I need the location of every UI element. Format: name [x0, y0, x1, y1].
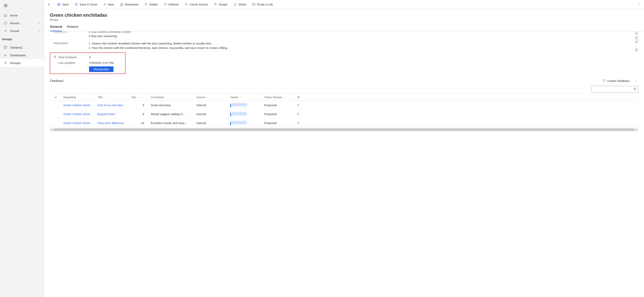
scroll-down-button[interactable]: ▼ — [635, 48, 638, 52]
col-source[interactable]: Source⌄ — [194, 94, 228, 101]
scroll-down-button[interactable]: ▼ — [635, 36, 638, 40]
scroll-up-button[interactable]: ▲ — [635, 32, 638, 35]
scroll-left-button[interactable]: ◄ — [50, 129, 54, 131]
col-status[interactable]: Status Reason⌄ — [262, 94, 295, 101]
email-link-button[interactable]: Email a Link — [249, 2, 276, 7]
svg-point-20 — [636, 82, 636, 82]
cell-source: Internal — [194, 104, 228, 107]
tab-related[interactable]: Related — [67, 25, 78, 31]
cell-regarding[interactable]: Green chicken enchilad — [62, 121, 96, 125]
col-comments[interactable]: Comments⌄ — [149, 94, 194, 101]
col-regarding[interactable]: Regarding⌄ — [62, 94, 96, 101]
table-row[interactable]: Green chicken enchilad One of my new fav… — [50, 101, 638, 110]
svg-point-14 — [55, 57, 56, 57]
cell-regarding[interactable]: Green chicken enchilad — [62, 104, 96, 107]
share-button[interactable]: Share — [231, 2, 249, 7]
refresh-button[interactable]: Refresh — [161, 2, 182, 7]
svg-point-17 — [55, 57, 56, 58]
col-m[interactable]: M — [295, 94, 301, 101]
scrollbar-thumb[interactable] — [54, 129, 634, 131]
toolbar: Save Save & Close New Deactivate Delete … — [44, 0, 644, 9]
cell-m: 7/ — [295, 112, 301, 116]
cell-status: Proposed — [262, 112, 295, 116]
toolbar-more-button[interactable] — [634, 1, 643, 8]
check-access-button[interactable]: Check Access — [182, 2, 211, 7]
last-updated-value: 7/29/2021 3:37 PM — [89, 61, 114, 65]
feedback-search-input[interactable] — [593, 88, 633, 91]
recalculate-button[interactable]: Recalculate — [89, 66, 114, 72]
field-ingredients-label: Ingredients — [50, 32, 89, 38]
back-button[interactable] — [45, 2, 53, 7]
col-rating[interactable]: Rat...↑⌄ — [130, 94, 149, 101]
main: Save Save & Close New Deactivate Delete … — [44, 0, 644, 297]
chevron-down-icon — [38, 29, 40, 33]
cell-title[interactable]: Enjoyed them — [96, 112, 130, 116]
chevron-down-icon: ⌄ — [165, 96, 167, 98]
nav-home-label: Home — [10, 14, 18, 17]
rollup-box: Total feedback 3 Last updated: 7/29/2021… — [50, 52, 126, 74]
deactivate-button[interactable]: Deactivate — [117, 2, 141, 7]
refresh-label: Refresh — [168, 3, 179, 6]
nav-dashboards-label: Dashboards — [10, 54, 26, 57]
cell-owner[interactable] — [228, 103, 262, 107]
nav-recipes[interactable]: Recipes — [0, 59, 44, 67]
save-close-button[interactable]: Save & Close — [72, 2, 100, 7]
tab-general[interactable]: General — [50, 25, 62, 31]
last-updated-label: Last updated: — [58, 61, 76, 65]
save-button[interactable]: Save — [54, 2, 72, 7]
save-close-label: Save & Close — [80, 3, 97, 6]
home-icon — [4, 14, 7, 17]
field-ingredients: Ingredients 4 cups cooked shredded chick… — [50, 32, 638, 40]
sort-up-icon: ↑ — [139, 96, 140, 99]
field-instructions: Instructions 1. Season the cooked shredd… — [50, 40, 638, 52]
field-ingredients-value[interactable]: 4 cups cooked shredded chicken 2 tbsp ta… — [89, 32, 638, 38]
sidebar: Home Recent Pinned Group1 Subarea1 Dashb… — [0, 0, 44, 297]
feedback-more-button[interactable] — [634, 79, 638, 83]
table-row[interactable]: Green chicken enchilad Enjoyed them 8 Wo… — [50, 110, 638, 119]
chevron-down-icon: ⌄ — [77, 96, 79, 98]
deactivate-icon — [120, 3, 123, 6]
col-owner[interactable]: Owner⌄ — [228, 94, 262, 101]
tabs: General Related — [44, 21, 644, 32]
cell-owner[interactable] — [228, 121, 262, 125]
select-all-column[interactable] — [50, 94, 62, 101]
cell-owner[interactable] — [228, 112, 262, 116]
search-icon — [633, 87, 636, 91]
cell-title[interactable]: They were delicious! — [96, 121, 130, 125]
scroll-right-button[interactable]: ► — [634, 129, 638, 131]
new-button[interactable]: New — [100, 2, 116, 7]
svg-point-9 — [638, 5, 639, 5]
col-title[interactable]: Title⌄ — [96, 94, 130, 101]
scroll-up-button[interactable]: ▲ — [635, 40, 638, 43]
field-instructions-value[interactable]: 1. Season the cooked shredded chicken wi… — [89, 41, 638, 50]
delete-button[interactable]: Delete — [142, 2, 160, 7]
feedback-grid: Regarding⌄ Title⌄ Rat...↑⌄ Comments⌄ Sou… — [50, 94, 638, 131]
svg-rect-11 — [54, 56, 56, 57]
svg-point-12 — [55, 57, 55, 57]
total-feedback-value: 3 — [89, 56, 90, 59]
share-icon — [233, 3, 237, 6]
cell-title[interactable]: One of my new favs — [96, 104, 130, 107]
nav-home[interactable]: Home — [0, 12, 44, 19]
svg-point-7 — [638, 3, 639, 3]
table-row[interactable]: Green chicken enchilad They were delicio… — [50, 119, 638, 128]
svg-point-18 — [636, 80, 636, 80]
cell-regarding[interactable]: Green chicken enchilad — [62, 112, 96, 116]
horizontal-scrollbar[interactable]: ◄ ► — [50, 128, 638, 131]
svg-point-5 — [215, 3, 216, 5]
hamburger-button[interactable] — [0, 2, 44, 10]
nav-subarea1[interactable]: Subarea1 — [0, 44, 44, 51]
record-header: Green chicken enchiladas Recipe — [44, 9, 644, 21]
calculator-icon — [54, 56, 56, 59]
svg-rect-1 — [4, 46, 7, 49]
check-access-icon — [185, 3, 188, 6]
nav-recent[interactable]: Recent — [0, 19, 44, 27]
nav-pinned[interactable]: Pinned — [0, 27, 44, 35]
feedback-section: Feedback Create Feedback — [50, 78, 638, 131]
feedback-search-box[interactable] — [592, 86, 638, 92]
assign-button[interactable]: Assign — [211, 2, 230, 7]
nav-dashboards[interactable]: Dashboards — [0, 51, 44, 59]
cell-rating: 9 — [130, 104, 149, 107]
nav-recent-label: Recent — [10, 22, 20, 25]
create-feedback-button[interactable]: Create Feedback — [603, 79, 630, 83]
